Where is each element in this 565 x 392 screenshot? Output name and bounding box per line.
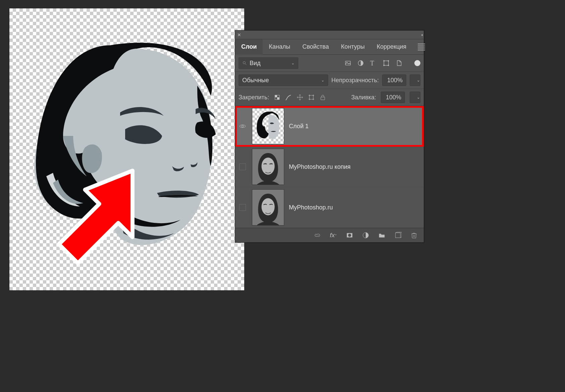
filter-type-icon[interactable]: T: [370, 60, 377, 66]
layer-filter-kind[interactable]: Вид ⌄: [239, 57, 298, 69]
layer-row[interactable]: MyPhotoshop.ru копия: [235, 147, 424, 187]
layers-footer: fx˅: [235, 228, 424, 242]
chevron-down-icon: ⌄: [291, 61, 295, 65]
opacity-slider-toggle[interactable]: ⌄: [410, 75, 420, 86]
layer-visibility-toggle[interactable]: [238, 204, 247, 211]
opacity-value[interactable]: 100%: [382, 75, 406, 86]
svg-rect-25: [321, 97, 325, 100]
layer-thumbnail[interactable]: [252, 189, 284, 226]
new-layer-icon[interactable]: [394, 232, 402, 239]
lock-pixels-icon[interactable]: [285, 94, 292, 101]
svg-rect-12: [275, 95, 277, 97]
svg-rect-7: [383, 60, 384, 61]
svg-point-28: [261, 158, 274, 175]
lock-position-icon[interactable]: [297, 94, 303, 101]
document-canvas[interactable]: [9, 8, 244, 290]
layer-row[interactable]: Слой 1: [235, 106, 424, 147]
filter-adjustment-icon[interactable]: [357, 60, 364, 66]
group-layers-icon[interactable]: [378, 232, 386, 239]
layer-style-icon[interactable]: fx˅: [330, 232, 337, 239]
svg-rect-10: [388, 65, 389, 66]
layer-visibility-toggle[interactable]: [238, 122, 247, 130]
tab-layers[interactable]: Слои: [235, 39, 263, 55]
opacity-label: Непрозрачность:: [331, 77, 379, 84]
layer-visibility-toggle[interactable]: [238, 163, 247, 170]
lock-transparency-icon[interactable]: [274, 94, 280, 101]
svg-rect-6: [384, 61, 388, 65]
layer-mask-icon[interactable]: [346, 232, 353, 239]
fill-slider-toggle[interactable]: ⌄: [410, 92, 420, 103]
delete-layer-icon[interactable]: [410, 232, 418, 239]
svg-point-30: [261, 198, 274, 215]
lock-label: Закрепить:: [239, 94, 269, 101]
layer-row[interactable]: MyPhotoshop.ru: [235, 187, 424, 228]
svg-point-1: [243, 61, 245, 64]
svg-point-4: [347, 62, 347, 62]
svg-rect-13: [277, 97, 279, 100]
link-layers-icon[interactable]: [314, 232, 321, 239]
filter-pixel-icon[interactable]: [345, 60, 351, 66]
chevron-down-icon: ⌄: [321, 78, 324, 83]
panel-menu-icon[interactable]: [412, 44, 430, 50]
layer-name[interactable]: MyPhotoshop.ru: [289, 204, 333, 211]
svg-rect-8: [388, 60, 389, 61]
layer-thumbnail[interactable]: [252, 108, 284, 144]
layer-name[interactable]: MyPhotoshop.ru копия: [289, 163, 351, 170]
svg-point-26: [242, 125, 244, 127]
layer-filter-label: Вид: [250, 60, 261, 67]
lock-all-icon[interactable]: [319, 94, 326, 101]
tab-channels[interactable]: Каналы: [263, 39, 296, 55]
panel-tabs: Слои Каналы Свойства Контуры Коррекция: [235, 39, 424, 55]
fill-label: Заливка:: [351, 94, 376, 101]
layers-list: Слой 1 MyPhotoshop.ru копия: [235, 106, 424, 228]
fill-value[interactable]: 100%: [381, 92, 405, 103]
tab-adjustments[interactable]: Коррекция: [371, 39, 413, 55]
adjustment-layer-icon[interactable]: [362, 232, 369, 239]
svg-line-2: [245, 64, 247, 65]
svg-point-32: [348, 234, 351, 237]
panel-close-icon[interactable]: ✕: [237, 32, 241, 38]
filter-shape-icon[interactable]: [383, 60, 390, 66]
tab-paths[interactable]: Контуры: [335, 39, 371, 55]
filter-smartobject-icon[interactable]: [396, 60, 402, 66]
svg-rect-16: [309, 95, 313, 99]
layer-name[interactable]: Слой 1: [289, 123, 309, 130]
svg-rect-34: [396, 233, 401, 238]
tab-properties[interactable]: Свойства: [296, 39, 335, 55]
layers-panel: ✕ ‹‹ Слои Каналы Свойства Контуры Коррек…: [235, 30, 424, 243]
svg-rect-9: [383, 65, 384, 66]
layer-thumbnail[interactable]: [252, 149, 284, 185]
canvas-artwork: [9, 8, 244, 290]
blend-mode-select[interactable]: Обычные ⌄: [239, 75, 328, 86]
lock-artboard-icon[interactable]: [308, 94, 315, 101]
filter-toggle[interactable]: [414, 60, 420, 66]
